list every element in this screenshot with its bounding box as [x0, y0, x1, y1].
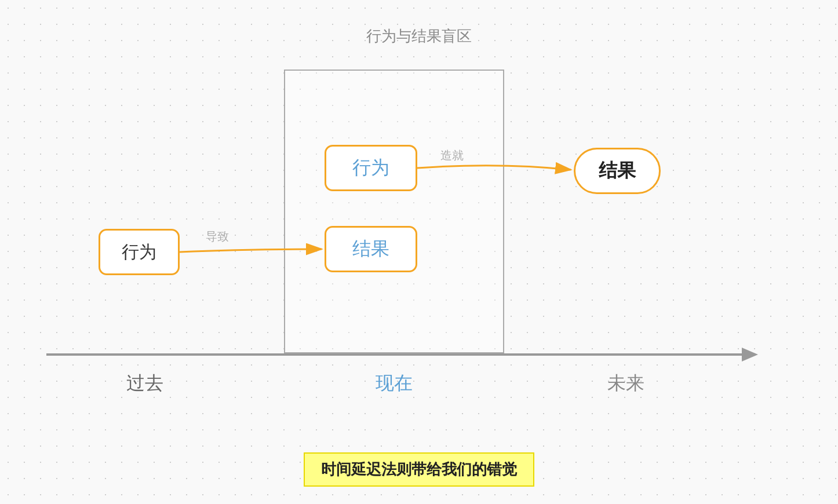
bottom-caption: 时间延迟法则带给我们的错觉: [304, 452, 534, 487]
time-label-present: 现在: [376, 371, 413, 396]
future-result-node: 结果: [574, 148, 661, 194]
past-action-node: 行为: [99, 229, 180, 275]
causes-label: 导致: [206, 229, 229, 244]
diagram-container: 行为与结果盲区 行为 导致 行为 结果 造就 结果: [0, 0, 838, 504]
blind-zone-rect: [284, 70, 504, 353]
present-action-node: 行为: [325, 145, 417, 191]
present-result-node: 结果: [325, 226, 417, 272]
creates-label: 造就: [440, 148, 464, 163]
past-action-label: 行为: [122, 240, 156, 264]
timeline: [46, 353, 745, 356]
time-label-future: 未来: [607, 371, 644, 396]
present-action-label: 行为: [352, 155, 389, 181]
time-label-past: 过去: [126, 371, 163, 396]
future-result-label: 结果: [599, 158, 636, 184]
present-result-label: 结果: [352, 236, 389, 262]
diagram-title: 行为与结果盲区: [366, 26, 472, 46]
